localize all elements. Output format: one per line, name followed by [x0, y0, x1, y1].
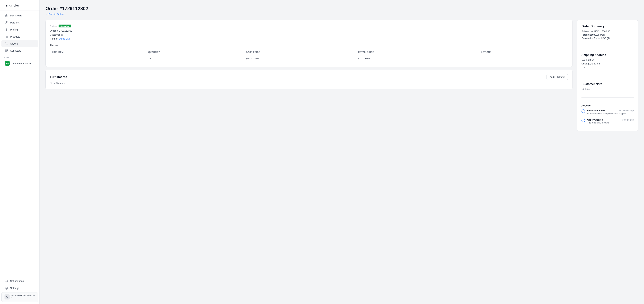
cell-base-price: $90.00 USD	[244, 55, 356, 62]
supplier-avatar: Au	[4, 294, 10, 299]
shipping-country: US	[582, 66, 634, 70]
content-area: Status: Accepted Order #: 1729112302 Cus…	[46, 20, 638, 131]
supplier-switcher[interactable]: Au Automated Test Supplier 1	[2, 292, 38, 302]
shipping-line1: 123 Fake St	[582, 58, 634, 62]
home-icon	[5, 14, 8, 17]
customer-note-title: Customer Note	[582, 82, 634, 86]
app-label: Demo EDI Retailer	[12, 62, 31, 65]
main-nav: Dashboard Partners Pricing Products Orde…	[0, 11, 40, 276]
bell-icon	[5, 279, 8, 283]
add-fulfillment-button[interactable]: Add Fulfillment	[546, 74, 568, 80]
activity-event-title-accepted: Order Accepted	[587, 109, 605, 112]
supplier-name: Automated Test Supplier 1	[11, 294, 35, 300]
items-table: Line Item Quantity Base Price Retail Pri…	[50, 50, 568, 62]
sidebar-item-products-label: Products	[10, 35, 20, 38]
svg-point-0	[6, 22, 7, 22]
sidebar-item-orders[interactable]: Orders	[2, 40, 38, 47]
svg-point-9	[8, 45, 8, 45]
activity-content-accepted: Order Accepted 18 minutes ago Order has …	[587, 109, 634, 116]
svg-rect-11	[7, 50, 8, 51]
col-actions: Actions	[479, 50, 568, 55]
customer-row: Customer #:	[50, 33, 568, 37]
activity-title: Activity	[582, 104, 634, 107]
sidebar-item-pricing[interactable]: Pricing	[2, 26, 38, 33]
sidebar-item-app-store[interactable]: App Store	[2, 47, 38, 54]
main-panel: Status: Accepted Order #: 1729112302 Cus…	[46, 20, 573, 89]
items-table-header-row: Line Item Quantity Base Price Retail Pri…	[50, 50, 568, 55]
divider-2	[582, 76, 634, 76]
main-content: Order #1729112302 ← Back to Orders Statu…	[40, 0, 644, 304]
status-badge: Accepted	[58, 25, 71, 28]
fulfillments-title: Fulfillments	[50, 75, 67, 79]
sidebar-notifications-label: Notifications	[10, 280, 24, 282]
sidebar: hendricks Dashboard Partners Pricing Pro…	[0, 0, 40, 304]
customer-label: Customer #:	[50, 33, 63, 36]
activity-desc-created: The order was created.	[587, 121, 634, 124]
sidebar-item-dashboard-label: Dashboard	[10, 14, 22, 17]
conversion-row: Conversion Rates: USD (1)	[582, 37, 634, 40]
dollar-icon	[5, 28, 8, 31]
customer-note-value: No note	[582, 87, 634, 91]
order-info-card: Status: Accepted Order #: 1729112302 Cus…	[46, 20, 573, 67]
sidebar-item-notifications[interactable]: Notifications	[2, 278, 38, 284]
activity-dot-accepted	[582, 109, 585, 113]
order-number-value: 1729112302	[59, 30, 72, 32]
page-header: Order #1729112302 ← Back to Orders	[46, 6, 638, 16]
sidebar-item-app-store-label: App Store	[10, 49, 21, 52]
grid-icon	[5, 49, 8, 52]
activity-header-created: Order Created 3 hours ago	[587, 118, 634, 121]
sidebar-item-settings[interactable]: Settings	[2, 285, 38, 291]
sidebar-item-dashboard[interactable]: Dashboard	[2, 12, 38, 19]
divider-3	[582, 97, 634, 98]
items-title: Items	[50, 44, 568, 47]
order-summary-section: Order Summary Subtotal for USD: 15000.00…	[582, 25, 634, 40]
shipping-line2: Chicago, IL 12345	[582, 62, 634, 66]
col-retail-price: Retail Price	[356, 50, 479, 55]
cell-quantity: 150	[146, 55, 244, 62]
no-fulfillments-message: No fulfillments	[50, 82, 568, 85]
page-title: Order #1729112302	[46, 6, 638, 11]
back-to-orders-link[interactable]: ← Back to Orders	[46, 13, 64, 16]
order-number-label: Order #:	[50, 30, 58, 32]
sidebar-item-demo-edi-retailer[interactable]: EDI Demo EDI Retailer	[2, 60, 38, 67]
activity-time-accepted: 18 minutes ago	[619, 109, 634, 112]
cell-retail-price: $100.00 USD	[356, 55, 479, 62]
partner-link[interactable]: Demo EDI	[59, 37, 70, 40]
activity-item-created: Order Created 3 hours ago The order was …	[582, 118, 634, 124]
cell-actions	[479, 55, 568, 62]
shopping-cart-icon	[5, 42, 8, 45]
order-number-row: Order #: 1729112302	[50, 29, 568, 33]
subtotal-row: Subtotal for USD: 15000.00	[582, 30, 634, 33]
activity-section: Activity Order Accepted 18 minutes ago O…	[582, 104, 634, 126]
total-row: Total: $15000.00 USD	[582, 33, 634, 36]
activity-item-accepted: Order Accepted 18 minutes ago Order has …	[582, 109, 634, 116]
right-panel: Order Summary Subtotal for USD: 15000.00…	[577, 20, 638, 131]
customer-note-section: Customer Note No note	[582, 82, 634, 91]
table-row: 150 $90.00 USD $100.00 USD	[50, 55, 568, 62]
activity-connector	[584, 113, 584, 115]
gear-icon	[5, 286, 8, 290]
partner-label: Partner:	[50, 37, 58, 40]
fulfillments-header: Fulfillments Add Fulfillment	[50, 74, 568, 80]
order-summary-title: Order Summary	[582, 25, 634, 28]
col-base-price: Base Price	[244, 50, 356, 55]
shipping-address-title: Shipping Address	[582, 53, 634, 57]
shipping-address-section: Shipping Address 123 Fake St Chicago, IL…	[582, 53, 634, 69]
app-badge: EDI	[5, 61, 10, 66]
sidebar-item-partners[interactable]: Partners	[2, 19, 38, 26]
sidebar-item-products[interactable]: Products	[2, 33, 38, 40]
sidebar-bottom: Notifications Settings Au Automated Test…	[0, 276, 40, 304]
col-line-item: Line Item	[50, 50, 146, 55]
activity-header-accepted: Order Accepted 18 minutes ago	[587, 109, 634, 112]
sidebar-settings-label: Settings	[10, 287, 19, 289]
activity-time-created: 3 hours ago	[622, 119, 634, 121]
brand-logo: hendricks	[0, 0, 40, 11]
status-row: Status: Accepted	[50, 25, 568, 28]
col-quantity: Quantity	[146, 50, 244, 55]
sidebar-item-partners-label: Partners	[10, 21, 20, 24]
cell-line-item	[50, 55, 146, 62]
order-meta: Order #: 1729112302 Customer #: Partner:…	[50, 29, 568, 41]
apps-section-label: Apps	[0, 54, 40, 59]
svg-rect-12	[7, 51, 8, 52]
svg-rect-13	[6, 51, 6, 52]
